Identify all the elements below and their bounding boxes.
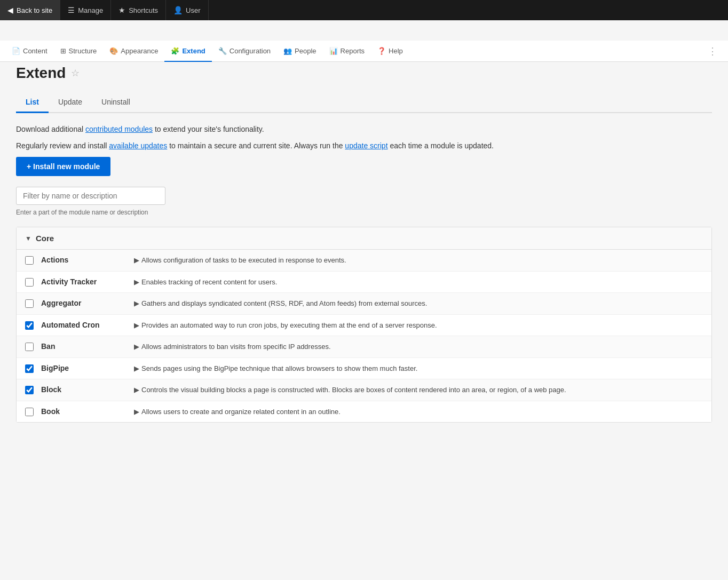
user-icon: 👤: [173, 6, 183, 14]
module-row: Activity Tracker▶Enables tracking of rec…: [17, 272, 711, 293]
nav-structure-label: Structure: [69, 47, 97, 55]
back-icon: ◀: [7, 6, 13, 14]
module-name-aggregator: Aggregator: [41, 299, 126, 307]
structure-icon: ⊞: [60, 47, 66, 55]
nav-content-label: Content: [23, 47, 48, 55]
module-desc-book: ▶Allows users to create and organize rel…: [134, 407, 703, 417]
user-label: User: [186, 6, 200, 14]
back-to-site-label: Back to site: [17, 6, 52, 14]
star-icon: ★: [118, 6, 125, 14]
people-icon: 👥: [283, 47, 292, 55]
tab-update[interactable]: Update: [49, 92, 92, 113]
module-checkbox-ban[interactable]: [25, 343, 34, 351]
tab-list[interactable]: List: [16, 92, 49, 113]
nav-configuration-label: Configuration: [230, 47, 271, 55]
desc-arrow-icon: ▶: [134, 343, 139, 351]
nav-structure[interactable]: ⊞ Structure: [54, 41, 104, 62]
module-section-core: ▼ Core Actions▶Allows configuration of t…: [16, 227, 712, 423]
module-name-automated-cron: Automated Cron: [41, 321, 126, 329]
back-to-site-button[interactable]: ◀ Back to site: [0, 0, 60, 20]
module-checkbox-aggregator[interactable]: [25, 299, 34, 308]
description-1: Download additional contributed modules …: [16, 124, 712, 135]
appearance-icon: 🎨: [109, 47, 118, 55]
nav-reports-label: Reports: [341, 47, 365, 55]
module-row: Book▶Allows users to create and organize…: [17, 401, 711, 423]
module-desc-automated-cron: ▶Provides an automated way to run cron j…: [134, 320, 703, 331]
module-desc-bigpipe: ▶Sends pages using the BigPipe technique…: [134, 363, 703, 374]
module-desc-actions: ▶Allows configuration of tasks to be exe…: [134, 255, 703, 266]
nav-help[interactable]: ❓ Help: [371, 41, 409, 62]
module-desc-block: ▶Controls the visual building blocks a p…: [134, 385, 703, 395]
module-checkbox-book[interactable]: [25, 408, 34, 416]
desc2-after: each time a module is updated.: [388, 141, 494, 150]
main-content: Home › Administration Extend ☆ List Upda…: [0, 42, 728, 580]
desc-arrow-icon: ▶: [134, 364, 139, 372]
desc1-before: Download additional: [16, 125, 85, 133]
favorite-icon[interactable]: ☆: [71, 67, 80, 79]
module-name-book: Book: [41, 407, 126, 416]
configuration-icon: 🔧: [218, 47, 227, 55]
user-button[interactable]: 👤 User: [166, 0, 208, 20]
filter-container: Enter a part of the module name or descr…: [16, 187, 712, 216]
desc2-middle: to maintain a secure and current site. A…: [167, 141, 345, 150]
desc-arrow-icon: ▶: [134, 256, 139, 264]
module-checkbox-automated-cron[interactable]: [25, 321, 34, 330]
nav-extend-label: Extend: [182, 47, 205, 55]
admin-toolbar: ◀ Back to site ☰ Manage ★ Shortcuts 👤 Us…: [0, 0, 728, 20]
nav-reports[interactable]: 📊 Reports: [323, 41, 371, 62]
shortcuts-label: Shortcuts: [129, 6, 158, 14]
nav-configuration[interactable]: 🔧 Configuration: [212, 41, 277, 62]
module-section-header-core[interactable]: ▼ Core: [17, 227, 711, 250]
desc2-before: Regularly review and install: [16, 141, 109, 150]
module-checkbox-block[interactable]: [25, 386, 34, 394]
module-name-activity-tracker: Activity Tracker: [41, 277, 126, 286]
reports-icon: 📊: [329, 47, 338, 55]
page-title-row: Extend ☆: [16, 65, 712, 82]
nav-extend[interactable]: 🧩 Extend: [164, 41, 211, 62]
nav-people[interactable]: 👥 People: [277, 41, 322, 62]
tabs: List Update Uninstall: [16, 92, 712, 113]
nav-appearance[interactable]: 🎨 Appearance: [103, 41, 164, 62]
update-script-link[interactable]: update script: [345, 141, 387, 150]
content-icon: 📄: [12, 47, 20, 55]
module-name-block: Block: [41, 385, 126, 394]
tab-uninstall[interactable]: Uninstall: [92, 92, 140, 113]
nav-content[interactable]: 📄 Content: [5, 41, 54, 62]
module-rows: Actions▶Allows configuration of tasks to…: [17, 250, 711, 422]
module-name-bigpipe: BigPipe: [41, 364, 126, 372]
available-updates-link[interactable]: available updates: [109, 141, 167, 150]
shortcuts-button[interactable]: ★ Shortcuts: [111, 0, 166, 20]
contributed-modules-link[interactable]: contributed modules: [85, 125, 153, 133]
desc1-after: to extend your site's functionality.: [153, 125, 264, 133]
filter-hint: Enter a part of the module name or descr…: [16, 209, 148, 216]
desc-arrow-icon: ▶: [134, 278, 139, 286]
module-name-ban: Ban: [41, 342, 126, 351]
nav-appearance-label: Appearance: [121, 47, 158, 55]
module-row: Block▶Controls the visual building block…: [17, 379, 711, 401]
help-icon: ❓: [377, 47, 386, 55]
install-new-module-button[interactable]: + Install new module: [16, 157, 110, 176]
module-checkbox-actions[interactable]: [25, 256, 34, 265]
module-row: Ban▶Allows administrators to ban visits …: [17, 336, 711, 358]
page-title: Extend: [16, 65, 66, 82]
nav-help-label: Help: [389, 47, 403, 55]
extend-icon: 🧩: [171, 47, 179, 55]
desc-arrow-icon: ▶: [134, 386, 139, 394]
module-name-actions: Actions: [41, 256, 126, 264]
secondary-nav: 📄 Content ⊞ Structure 🎨 Appearance 🧩 Ext…: [0, 41, 728, 62]
desc-arrow-icon: ▶: [134, 321, 139, 329]
chevron-down-icon: ▼: [25, 235, 31, 242]
filter-input[interactable]: [16, 187, 165, 205]
module-row: Actions▶Allows configuration of tasks to…: [17, 250, 711, 272]
nav-divider: ⋮: [702, 41, 723, 61]
module-section-label: Core: [36, 234, 54, 243]
module-checkbox-activity-tracker[interactable]: [25, 278, 34, 287]
module-checkbox-bigpipe[interactable]: [25, 364, 34, 373]
module-desc-aggregator: ▶Gathers and displays syndicated content…: [134, 298, 703, 309]
description-2: Regularly review and install available u…: [16, 140, 712, 152]
nav-people-label: People: [295, 47, 316, 55]
module-row: Aggregator▶Gathers and displays syndicat…: [17, 293, 711, 315]
desc-arrow-icon: ▶: [134, 299, 139, 307]
desc-arrow-icon: ▶: [134, 408, 139, 416]
manage-button[interactable]: ☰ Manage: [60, 0, 111, 20]
